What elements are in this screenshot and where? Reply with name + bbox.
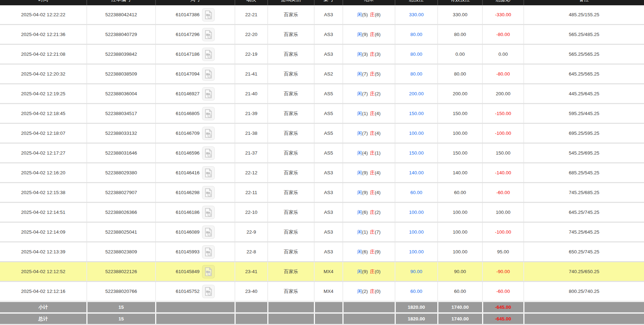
- payout-cell: -330.00: [482, 5, 524, 25]
- table-row: 2025-04-02 12:18:07 522388033132 6101467…: [0, 124, 644, 143]
- total-bet-cell: 150.00: [395, 104, 438, 124]
- subtotal-payout: -645.00: [482, 301, 524, 313]
- session-cell: 23-41: [235, 262, 268, 282]
- total-bet-cell: 100.00: [395, 203, 438, 222]
- remark-cell: 650.25/745.25: [524, 242, 644, 262]
- valid-bet-cell: 140.00: [438, 163, 482, 183]
- table-row: 2025-04-02 12:21:36 522388040729 6101472…: [0, 25, 644, 44]
- round-id: 610146186: [176, 210, 200, 215]
- payout-cell: 0.00: [482, 44, 524, 64]
- video-playback-button[interactable]: [202, 206, 215, 219]
- round-cell: 610145752: [156, 282, 235, 302]
- table-no-cell: AS5: [314, 143, 343, 163]
- player-result-points: (7): [362, 131, 368, 136]
- video-playback-button[interactable]: [202, 127, 215, 140]
- table-row: 2025-04-02 12:14:09 522388025041 6101460…: [0, 222, 644, 242]
- banker-result-label: 庄: [370, 12, 375, 17]
- valid-bet-cell: 100.00: [438, 242, 482, 262]
- video-playback-button[interactable]: [202, 48, 215, 61]
- player-result-label: 闲: [357, 229, 362, 235]
- bet-id-cell: 522388042412: [87, 5, 156, 25]
- video-playback-button[interactable]: [202, 166, 215, 180]
- video-file-icon: [205, 30, 212, 39]
- banker-result-points: (8): [375, 12, 381, 17]
- time-cell: 2025-04-02 12:17:27: [0, 143, 87, 163]
- payout-cell: -60.00: [482, 183, 524, 203]
- remark-cell: 565.25/485.25: [524, 25, 644, 44]
- grand-total-row: 总计 15 1820.00 1740.00 -645.00: [0, 313, 644, 324]
- banker-result-points: (2): [375, 210, 381, 215]
- subtotal-total-bet: 1820.00: [395, 301, 438, 313]
- bet-id-cell: 522388036004: [87, 84, 156, 104]
- table-no-cell: AS3: [314, 163, 343, 183]
- valid-bet-cell: 60.00: [438, 183, 482, 203]
- round-id: 610146596: [176, 150, 200, 156]
- table-no-cell: AS5: [314, 124, 343, 143]
- table-no-cell: AS3: [314, 242, 343, 262]
- table-no-cell: AS3: [314, 222, 343, 242]
- col-header-valid-bet: 有效投注: [438, 0, 482, 5]
- player-result-points: (9): [362, 32, 368, 37]
- round-id: 610146805: [176, 111, 200, 116]
- banker-result-points: (6): [375, 32, 381, 37]
- remark-cell: 645.25/745.25: [524, 203, 644, 222]
- remark-cell: 685.25/545.25: [524, 163, 644, 183]
- banker-result-points: (3): [375, 52, 381, 57]
- payout-cell: -150.00: [482, 104, 524, 124]
- session-cell: 21-41: [235, 64, 268, 84]
- video-playback-button[interactable]: [202, 285, 215, 298]
- video-playback-button[interactable]: [202, 225, 215, 239]
- round-id: 610147186: [176, 52, 200, 57]
- player-result-label: 闲: [357, 52, 362, 57]
- game-type-cell: 百家乐: [268, 64, 314, 84]
- grand-total-valid-bet: 1740.00: [438, 313, 482, 324]
- payout-cell: -100.00: [482, 124, 524, 143]
- round-id: 610146089: [176, 229, 200, 235]
- total-bet-cell: 100.00: [395, 222, 438, 242]
- round-cell: 610145849: [156, 262, 235, 282]
- banker-result-points: (4): [375, 170, 381, 175]
- banker-result-points: (5): [375, 71, 381, 77]
- video-playback-button[interactable]: [202, 8, 215, 22]
- total-bet-cell: 200.00: [395, 84, 438, 104]
- banker-result-points: (2): [375, 91, 381, 96]
- banker-result-points: (4): [375, 131, 381, 136]
- video-playback-button[interactable]: [202, 28, 215, 41]
- banker-result-points: (7): [375, 229, 381, 235]
- video-playback-button[interactable]: [202, 67, 215, 81]
- video-playback-button[interactable]: [202, 245, 215, 259]
- video-file-icon: [205, 208, 212, 217]
- session-cell: 22-8: [235, 242, 268, 262]
- valid-bet-cell: 80.00: [438, 25, 482, 44]
- video-playback-button[interactable]: [202, 87, 215, 101]
- round-id: 610145993: [176, 249, 200, 254]
- bet-records-table: 时间 注单编号 局号 场次 游戏类别 桌号 结果 总投注 有效投注 总派彩 备注…: [0, 0, 644, 324]
- table-no-cell: MX4: [314, 262, 343, 282]
- grand-total-count: 15: [87, 313, 156, 324]
- payout-cell: -60.00: [482, 282, 524, 302]
- player-result-label: 闲: [357, 210, 362, 215]
- banker-result-label: 庄: [370, 131, 375, 136]
- valid-bet-cell: 0.00: [438, 44, 482, 64]
- valid-bet-cell: 80.00: [438, 64, 482, 84]
- total-bet-cell: 80.00: [395, 44, 438, 64]
- summary-body: 小计 15 1820.00 1740.00 -645.00 总计 15 1820…: [0, 301, 644, 324]
- video-playback-button[interactable]: [202, 186, 215, 199]
- payout-cell: -80.00: [482, 25, 524, 44]
- total-bet-cell: 90.00: [395, 262, 438, 282]
- table-no-cell: MX4: [314, 282, 343, 302]
- session-cell: 22-21: [235, 5, 268, 25]
- bet-id-cell: 522388039842: [87, 44, 156, 64]
- remark-cell: 445.25/645.25: [524, 84, 644, 104]
- banker-result-points: (4): [375, 111, 381, 116]
- video-file-icon: [205, 109, 212, 118]
- video-playback-button[interactable]: [202, 265, 215, 278]
- bet-id-cell: 522388027907: [87, 183, 156, 203]
- player-result-points: (3): [362, 52, 368, 57]
- video-playback-button[interactable]: [202, 146, 215, 160]
- table-no-cell: AS3: [314, 203, 343, 222]
- round-cell: 610145993: [156, 242, 235, 262]
- video-playback-button[interactable]: [202, 107, 215, 120]
- result-cell: 闲(2)庄(0): [343, 282, 395, 302]
- session-cell: 22-11: [235, 183, 268, 203]
